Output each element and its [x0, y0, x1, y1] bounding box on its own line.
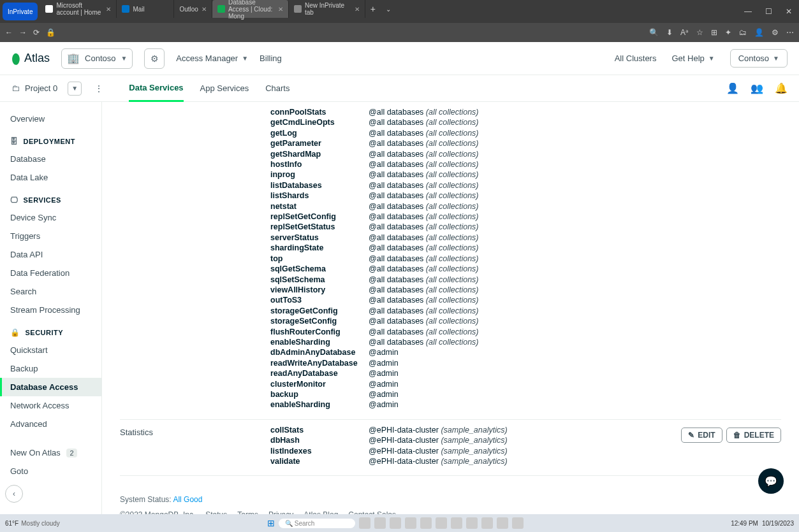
project-selector[interactable]: 🗀 Project 0	[11, 83, 57, 93]
tab-data-services[interactable]: Data Services	[129, 75, 183, 102]
browser-tab-dbaccess[interactable]: Database Access | Cloud: Mong ✕	[212, 0, 289, 18]
sidebar-item-backup[interactable]: Backup	[0, 359, 101, 378]
sidebar-item-newonatlas[interactable]: New On Atlas 2	[0, 443, 101, 462]
database-icon: 🗄	[10, 137, 18, 146]
browser-toolbar: ← → ⟳ 🔒 🔍 ⬇ Aᵃ ☆ ⊞ ✦ 🗂 👤 ⚙ ⋯	[0, 23, 799, 42]
tab-charts[interactable]: Charts	[265, 75, 290, 102]
task-icon-6[interactable]	[436, 517, 447, 529]
sidebar-item-datafederation[interactable]: Data Federation	[0, 264, 101, 282]
user-org-dropdown[interactable]: Contoso ▼	[730, 49, 788, 68]
task-icon-10[interactable]	[497, 517, 508, 529]
permission-row: storageSetConfig@all databases (all coll…	[270, 316, 781, 326]
close-icon[interactable]: ✕	[355, 6, 360, 13]
sidebar-item-dataapi[interactable]: Data API	[0, 245, 101, 264]
close-icon[interactable]: ✕	[202, 6, 207, 13]
sidebar-item-search[interactable]: Search	[0, 282, 101, 301]
main-content[interactable]: connPoolStats@all databases (all collect…	[102, 102, 799, 514]
org-selector[interactable]: 🏢 Contoso ▼	[61, 48, 133, 69]
task-icon-3[interactable]	[390, 517, 401, 529]
sidebar-item-streamprocessing[interactable]: Stream Processing	[0, 301, 101, 319]
all-clusters-link[interactable]: All Clusters	[615, 54, 657, 63]
more-icon[interactable]: ⋯	[786, 28, 794, 37]
access-manager-label: Access Manager	[176, 54, 238, 63]
new-tab-button[interactable]: +	[365, 0, 381, 18]
invite-icon[interactable]: 👤	[726, 82, 739, 94]
org-settings-button[interactable]: ⚙	[144, 48, 165, 69]
forward-button[interactable]: →	[19, 28, 27, 37]
browser-tab-outlook[interactable]: Outloo ✕	[174, 0, 212, 18]
task-icon-7[interactable]	[451, 517, 462, 529]
close-icon[interactable]: ✕	[278, 6, 283, 13]
sidebar-item-database[interactable]: Database	[0, 150, 101, 168]
minimize-button[interactable]: —	[738, 7, 758, 16]
favorite-icon[interactable]: ☆	[696, 28, 703, 37]
billing-label: Billing	[260, 54, 282, 63]
browser-tab-ms-account[interactable]: Microsoft account | Home ✕	[40, 0, 117, 18]
zoom-icon[interactable]: 🔍	[649, 28, 659, 37]
sidebar-item-devicesync[interactable]: Device Sync	[0, 208, 101, 227]
sidebar-item-datalake[interactable]: Data Lake	[0, 168, 101, 187]
permission-scope: @all databases (all collections)	[369, 264, 479, 274]
search-icon: 🔍	[285, 520, 293, 527]
status-value[interactable]: All Good	[173, 495, 202, 504]
alerts-icon[interactable]: 🔔	[775, 82, 788, 94]
atlas-logo[interactable]: ⬮ Atlas	[11, 50, 50, 67]
task-icon-9[interactable]	[481, 517, 493, 529]
start-button[interactable]: ⊞	[267, 518, 275, 528]
sidebar-item-advanced[interactable]: Advanced	[0, 415, 101, 433]
sidebar-item-overview[interactable]: Overview	[0, 110, 101, 128]
taskbar-time[interactable]: 12:49 PM	[731, 520, 758, 527]
taskbar-date[interactable]: 10/19/2023	[762, 520, 794, 527]
delete-button[interactable]: 🗑 DELETE	[726, 428, 781, 443]
permission-scope: @all databases (all collections)	[369, 201, 479, 212]
browser-tab-newinprivate[interactable]: New InPrivate tab ✕	[289, 0, 365, 18]
access-manager-dropdown[interactable]: Access Manager ▼	[176, 54, 248, 63]
edit-button[interactable]: ✎ EDIT	[681, 428, 722, 443]
close-window-button[interactable]: ✕	[779, 7, 799, 16]
maximize-button[interactable]: ☐	[758, 7, 779, 16]
chat-fab[interactable]: 💬	[758, 468, 784, 494]
sidebar-item-networkaccess[interactable]: Network Access	[0, 396, 101, 415]
task-icon-1[interactable]	[359, 517, 370, 529]
activity-icon[interactable]: 👥	[751, 82, 763, 94]
permission-action: serverStatus	[270, 233, 369, 243]
task-icon-8[interactable]	[466, 517, 478, 529]
footer-link-privacy[interactable]: Privacy	[268, 510, 293, 514]
sidebar-item-databaseaccess[interactable]: Database Access	[0, 378, 101, 396]
taskbar-weather[interactable]: 61°F Mostly cloudy	[5, 520, 60, 527]
back-button[interactable]: ←	[5, 28, 13, 37]
favorites-bar-icon[interactable]: ✦	[725, 28, 731, 37]
footer-link-blog[interactable]: Atlas Blog	[304, 510, 338, 514]
task-icon-11[interactable]	[512, 517, 524, 529]
get-help-dropdown[interactable]: Get Help ▼	[671, 54, 714, 63]
billing-link[interactable]: Billing	[260, 54, 282, 63]
task-icon-2[interactable]	[374, 517, 386, 529]
footer-link-contact[interactable]: Contact Sales	[348, 510, 396, 514]
settings-icon[interactable]: ⚙	[772, 28, 779, 37]
tab-label: Database Access | Cloud: Mong	[228, 0, 275, 20]
permission-action: viewAllHistory	[270, 285, 369, 295]
close-icon[interactable]: ✕	[106, 6, 111, 13]
task-icon-4[interactable]	[405, 517, 416, 529]
collapse-sidebar-button[interactable]: ‹	[5, 485, 23, 503]
sidebar-item-triggers[interactable]: Triggers	[0, 227, 101, 245]
footer-link-status[interactable]: Status	[205, 510, 227, 514]
project-menu[interactable]: ⋮	[92, 82, 106, 96]
extensions-icon[interactable]: ⊞	[711, 28, 717, 37]
task-icon-5[interactable]	[420, 517, 432, 529]
permission-list-cluster: connPoolStats@all databases (all collect…	[270, 107, 781, 410]
browser-tab-mail[interactable]: Mail	[117, 0, 174, 18]
tab-app-services[interactable]: App Services	[200, 75, 249, 102]
project-dropdown[interactable]: ▼	[68, 82, 82, 96]
font-icon[interactable]: Aᵃ	[680, 28, 689, 37]
tab-overflow-button[interactable]: ⌄	[381, 0, 396, 18]
sidebar-item-goto[interactable]: Goto	[0, 462, 101, 480]
taskbar-search[interactable]: 🔍 Search	[279, 519, 355, 528]
downloads-icon[interactable]: ⬇	[666, 28, 673, 37]
permission-action: listIndexes	[270, 446, 369, 456]
footer-link-terms[interactable]: Terms	[237, 510, 258, 514]
collections-icon[interactable]: 🗂	[739, 28, 747, 37]
refresh-button[interactable]: ⟳	[33, 28, 40, 37]
sidebar-item-quickstart[interactable]: Quickstart	[0, 341, 101, 359]
profile-icon[interactable]: 👤	[754, 28, 764, 37]
